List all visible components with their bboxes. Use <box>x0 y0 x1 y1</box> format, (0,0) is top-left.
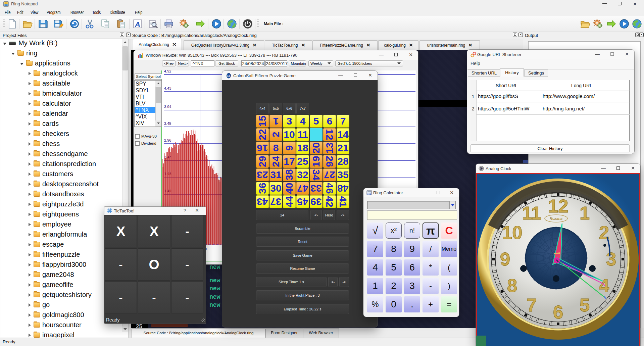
svg-text:11: 11 <box>522 203 541 224</box>
svg-text:6: 6 <box>553 302 563 323</box>
svg-text:4: 4 <box>599 275 609 296</box>
svg-text:7: 7 <box>527 295 537 315</box>
svg-text:3: 3 <box>606 249 616 269</box>
svg-text:10: 10 <box>502 222 522 243</box>
svg-text:4.43: 4.43 <box>164 86 171 90</box>
svg-text:15: 15 <box>227 74 230 78</box>
svg-text:Rozana: Rozana <box>550 216 562 220</box>
svg-text:8: 8 <box>507 275 517 296</box>
svg-text:3.45: 3.45 <box>164 121 171 126</box>
svg-text:5: 5 <box>580 295 590 315</box>
svg-text:4.92: 4.92 <box>164 69 171 73</box>
svg-text:9: 9 <box>500 249 510 269</box>
svg-text:A: A <box>135 20 140 29</box>
svg-text:12: 12 <box>548 196 568 216</box>
svg-text:3.94: 3.94 <box>164 105 171 109</box>
svg-text:2.96: 2.96 <box>164 138 171 142</box>
svg-text:1: 1 <box>580 203 590 224</box>
